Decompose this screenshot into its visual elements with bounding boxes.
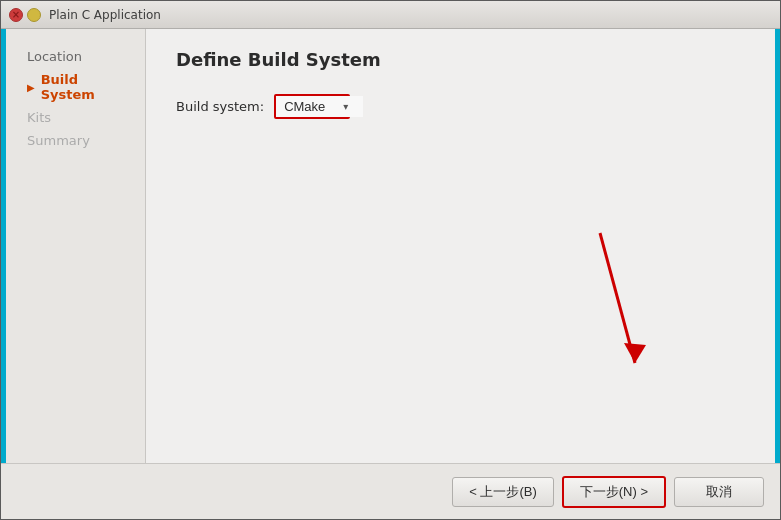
- svg-marker-1: [624, 343, 646, 363]
- build-system-dropdown-wrapper: CMake qmake Qbs Autotools ▾: [274, 94, 350, 119]
- back-button[interactable]: < 上一步(B): [452, 477, 554, 507]
- red-arrow-annotation: [580, 223, 660, 383]
- main-content: Location ▶ Build System Kits Summary Def…: [1, 29, 780, 463]
- location-label: Location: [27, 49, 82, 64]
- page-area: Define Build System Build system: CMake …: [146, 29, 780, 463]
- sidebar-item-kits: Kits: [11, 106, 145, 129]
- bottom-bar: < 上一步(B) 下一步(N) > 取消: [1, 463, 780, 519]
- title-bar-buttons: ×: [9, 8, 41, 22]
- left-marker: [1, 29, 6, 463]
- next-button[interactable]: 下一步(N) >: [562, 476, 666, 508]
- sidebar-item-location[interactable]: Location: [11, 45, 145, 68]
- sidebar: Location ▶ Build System Kits Summary: [1, 29, 146, 463]
- main-window: × Plain C Application Location ▶ Build S…: [0, 0, 781, 520]
- svg-line-0: [600, 233, 635, 363]
- summary-label: Summary: [27, 133, 90, 148]
- page-title: Define Build System: [176, 49, 750, 70]
- minimize-button[interactable]: [27, 8, 41, 22]
- sidebar-item-build-system[interactable]: ▶ Build System: [11, 68, 145, 106]
- cancel-button[interactable]: 取消: [674, 477, 764, 507]
- close-button[interactable]: ×: [9, 8, 23, 22]
- active-chevron-icon: ▶: [27, 82, 35, 93]
- sidebar-item-summary: Summary: [11, 129, 145, 152]
- build-system-label: Build System: [41, 72, 129, 102]
- kits-label: Kits: [27, 110, 51, 125]
- build-system-row: Build system: CMake qmake Qbs Autotools …: [176, 94, 750, 119]
- build-system-dropdown[interactable]: CMake qmake Qbs Autotools: [276, 96, 363, 117]
- right-marker: [775, 29, 780, 463]
- window-title: Plain C Application: [49, 8, 161, 22]
- build-system-field-label: Build system:: [176, 99, 264, 114]
- title-bar: × Plain C Application: [1, 1, 780, 29]
